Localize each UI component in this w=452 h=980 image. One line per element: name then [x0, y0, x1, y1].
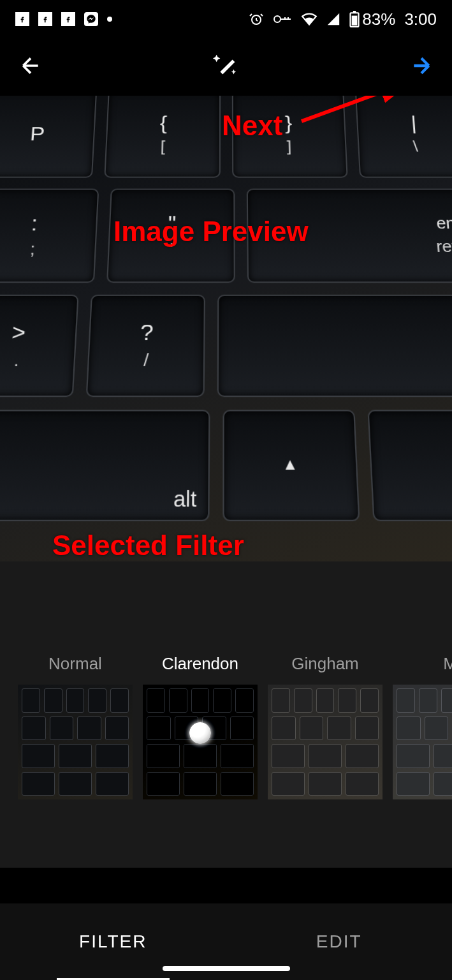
alarm-icon — [249, 11, 264, 27]
filter-thumbnail-image — [268, 685, 383, 799]
touch-indicator-icon — [189, 722, 211, 744]
nav-indicator[interactable] — [163, 966, 290, 971]
key-period: >. — [0, 295, 78, 397]
facebook-icon — [38, 12, 52, 26]
status-bar: 83% 3:00 — [0, 0, 452, 38]
preview-content: 9 0 - + delete P {[ }] |\ :; "' enteretu… — [0, 96, 452, 561]
key-backslash: |\ — [355, 96, 452, 178]
key-enter: enteretur — [247, 189, 452, 283]
svg-rect-3 — [353, 11, 356, 13]
filter-more[interactable]: M — [393, 654, 452, 799]
signal-icon — [326, 12, 340, 26]
key-blank — [367, 410, 452, 521]
facebook-icon — [61, 12, 75, 26]
tab-label: EDIT — [316, 932, 362, 952]
status-right: 83% 3:00 — [249, 10, 437, 29]
svg-point-1 — [274, 16, 281, 22]
key-up-arrow: ▲ — [223, 410, 360, 521]
key-semicolon: :; — [0, 189, 99, 283]
facebook-icon — [15, 12, 29, 26]
filter-strip: Normal Clarendon Gingham M — [0, 561, 452, 868]
filter-label: Clarendon — [162, 654, 238, 677]
magic-wand-icon[interactable] — [212, 51, 241, 83]
filter-label: M — [443, 654, 452, 677]
wifi-icon — [301, 12, 317, 26]
battery-icon: 83% — [349, 10, 395, 29]
clock-text: 3:00 — [404, 10, 437, 29]
filter-thumbnails[interactable]: Normal Clarendon Gingham M — [18, 654, 452, 799]
filter-clarendon[interactable]: Clarendon — [143, 654, 258, 799]
key-bracket-close: }] — [231, 96, 348, 178]
key-alt: alt — [0, 410, 210, 521]
overflow-dot-icon — [107, 17, 112, 22]
messenger-icon — [84, 12, 98, 26]
filter-thumbnail-image — [143, 685, 258, 799]
filter-thumbnail-image — [393, 685, 452, 799]
filter-gingham[interactable]: Gingham — [268, 654, 383, 799]
filter-label: Gingham — [291, 654, 359, 677]
tab-label: FILTER — [79, 932, 147, 952]
key-slash: ?/ — [86, 295, 205, 397]
editor-topnav — [0, 38, 452, 96]
filter-normal[interactable]: Normal — [18, 654, 133, 799]
svg-rect-4 — [352, 16, 358, 26]
next-button[interactable] — [409, 53, 434, 81]
key-p: P — [0, 96, 97, 178]
back-button[interactable] — [18, 53, 43, 81]
battery-percent: 83% — [362, 10, 395, 29]
key-quote: "' — [106, 189, 235, 283]
filter-label: Normal — [48, 654, 102, 677]
key-bracket-open: {[ — [104, 96, 221, 178]
key-shift — [217, 295, 452, 397]
vpn-key-icon — [273, 13, 292, 25]
status-left — [15, 12, 112, 26]
filter-thumbnail-image — [18, 685, 133, 799]
image-preview[interactable]: 9 0 - + delete P {[ }] |\ :; "' enteretu… — [0, 96, 452, 561]
